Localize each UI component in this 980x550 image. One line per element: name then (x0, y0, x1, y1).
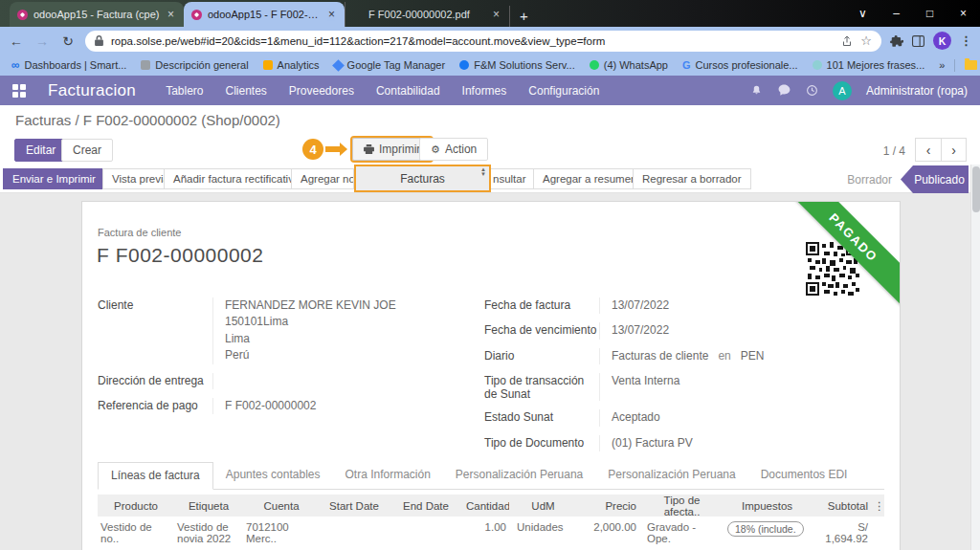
extensions-icon[interactable] (890, 34, 903, 48)
browser-tab-3[interactable]: F F002-00000002.pdf × (345, 2, 509, 27)
cell-end-date[interactable] (389, 521, 463, 550)
tab-apuntes-contables[interactable]: Apuntes contables (213, 462, 333, 489)
bell-icon[interactable] (750, 84, 763, 97)
maximize-button[interactable]: □ (913, 0, 947, 27)
browser-menu-icon[interactable]: ⋮ (960, 33, 972, 48)
cell-tipo-afectacion[interactable]: Gravado - Ope. (639, 521, 720, 550)
print-menu-item-facturas[interactable]: Facturas (400, 172, 445, 186)
credit-note-button[interactable]: Añadir factura rectificativa (164, 168, 309, 189)
payment-ref-value[interactable]: F F002-00000002 (212, 398, 473, 414)
back-button[interactable]: ← (8, 33, 25, 49)
browser-tab-1[interactable]: odooApp15 - Factura (cpe) × (10, 2, 184, 27)
bookmark-item[interactable]: (4) WhatsApp (590, 59, 668, 71)
browser-tab-2[interactable]: odooApp15 - F F002-00000002 × (184, 2, 345, 27)
side-panel-icon[interactable] (912, 35, 924, 47)
cell-cuenta[interactable]: 7012100 Merc.. (243, 521, 320, 550)
menu-configuracion[interactable]: Configuración (528, 84, 599, 98)
new-tab-button[interactable]: + (509, 6, 538, 27)
cell-impuestos[interactable]: 18% (include. (720, 521, 810, 550)
column-options-icon[interactable]: ⋮ (871, 499, 884, 513)
back-to-draft-button[interactable]: Regresar a borrador (633, 168, 751, 189)
field-fecha-factura: Fecha de factura 13/07/2022 (484, 297, 875, 314)
create-button[interactable]: Crear (61, 139, 113, 162)
share-icon[interactable] (841, 35, 853, 47)
add-note-button[interactable]: Agregar not (291, 168, 354, 189)
tax-badge[interactable]: 18% (include. (727, 521, 804, 537)
due-date-value[interactable]: 13/07/2022 (599, 322, 875, 339)
reload-button[interactable]: ↻ (59, 33, 77, 49)
action-button[interactable]: ⚙ Action (419, 138, 488, 161)
tab-close-icon[interactable]: × (491, 8, 501, 21)
profile-avatar[interactable]: K (933, 32, 951, 50)
currency-value[interactable]: PEN (741, 349, 765, 363)
bookmark-item[interactable]: ∞Dashboards | Smart... (11, 58, 126, 72)
app-name[interactable]: Facturacion (48, 81, 136, 100)
status-draft[interactable]: Borrador (847, 173, 892, 187)
tab-personalizacion-peruana-1[interactable]: Personalización Peruana (443, 462, 595, 489)
cell-producto[interactable]: Vestido de no.. (98, 521, 174, 550)
bookmark-item[interactable]: Google Tag Manager (334, 59, 446, 71)
cell-etiqueta[interactable]: Vestido de novia 2022 (174, 521, 243, 550)
browser-tabstrip: odooApp15 - Factura (cpe) × odooApp15 - … (0, 0, 980, 27)
address-bar[interactable]: ropa.solse.pe/web#id=20&cids=1&menu_id=1… (85, 31, 881, 52)
add-summary-button[interactable]: Agregar a resumen (533, 168, 646, 189)
pager-next-button[interactable]: › (941, 138, 967, 162)
bookmark-item[interactable]: Analytics (263, 59, 320, 71)
consult-button[interactable]: nsultar (483, 168, 536, 189)
cell-precio[interactable]: 2,000.00 (572, 521, 639, 550)
minimize-button[interactable]: – (880, 0, 913, 27)
activity-clock-icon[interactable] (806, 84, 818, 97)
cell-subtotal[interactable]: S/ 1,694.92 (810, 521, 871, 550)
doc-type-value[interactable]: (01) Factura PV (599, 435, 875, 451)
cell-cantidad[interactable]: 1.00 (463, 521, 509, 550)
bookmark-item[interactable]: F&M Solutions Serv... (459, 59, 575, 71)
dropdown-scroll-icons[interactable]: ▲▼ (480, 167, 486, 177)
menu-contabilidad[interactable]: Contabilidad (376, 84, 440, 98)
lock-icon[interactable] (95, 35, 103, 46)
chat-icon[interactable] (777, 84, 791, 97)
menu-clientes[interactable]: Clientes (225, 84, 266, 98)
bookmarks-overflow-icon[interactable]: » (939, 59, 945, 71)
tab-close-icon[interactable]: × (326, 8, 337, 21)
bookmark-star-icon[interactable]: ☆ (860, 33, 872, 48)
sunat-transaction-value[interactable]: Venta Interna (599, 373, 875, 401)
table-row[interactable]: Vestido de no.. Vestido de novia 2022 70… (98, 517, 884, 550)
table-header-row: Producto Etiqueta Cuenta Start Date End … (98, 495, 884, 517)
tab-lineas-factura[interactable]: Líneas de factura (98, 462, 213, 490)
printer-icon (364, 144, 374, 154)
cell-start-date[interactable] (320, 521, 389, 550)
sunat-state-value[interactable]: Aceptado (599, 409, 875, 426)
journal-value[interactable]: Facturas de clienteenPEN (599, 348, 875, 364)
apps-grid-icon[interactable] (12, 84, 26, 98)
vertical-scrollbar[interactable] (970, 165, 980, 550)
cell-udm[interactable]: Unidades (509, 521, 572, 550)
client-value[interactable]: FERNANDEZ MORE KEVIN JOE 150101Lima Lima… (212, 297, 473, 364)
tab-close-icon[interactable]: × (166, 8, 176, 21)
analytics-icon (263, 60, 273, 70)
user-name[interactable]: Administrator (ropa) (866, 84, 968, 98)
user-avatar[interactable]: A (833, 81, 852, 100)
print-dropdown-menu[interactable]: Facturas ▲▼ (354, 165, 491, 192)
scrollbar-thumb[interactable] (972, 166, 980, 212)
menu-informes[interactable]: Informes (462, 84, 507, 98)
tab-search-icon[interactable]: ∨ (846, 0, 880, 27)
close-button[interactable]: × (947, 0, 980, 27)
bookmark-item[interactable]: GCursos profesionale... (682, 59, 798, 71)
other-bookmarks[interactable]: Otros marcadores (965, 59, 980, 71)
odoo-favicon (17, 10, 28, 20)
field-estado-sunat: Estado Sunat Aceptado (484, 409, 875, 426)
tab-otra-informacion[interactable]: Otra Información (332, 462, 442, 489)
delivery-value[interactable] (212, 373, 473, 389)
menu-proveedores[interactable]: Proveedores (289, 84, 354, 98)
edit-button[interactable]: Editar (14, 139, 67, 162)
send-print-button[interactable]: Enviar e Imprimir (3, 168, 105, 189)
bookmark-item[interactable]: Descripción general (141, 59, 248, 71)
breadcrumb[interactable]: Facturas / F F002-00000002 (Shop/0002) (15, 112, 280, 128)
tab-personalizacion-peruana-2[interactable]: Personalización Peruana (595, 462, 747, 489)
invoice-date-value[interactable]: 13/07/2022 (599, 297, 875, 314)
field-fecha-vencimiento: Fecha de vencimiento 13/07/2022 (484, 322, 875, 339)
pager-previous-button[interactable]: ‹ (915, 138, 941, 162)
menu-tablero[interactable]: Tablero (166, 84, 203, 98)
bookmark-item[interactable]: 101 Mejores frases... (813, 59, 925, 71)
tab-documentos-edi[interactable]: Documentos EDI (748, 462, 860, 489)
